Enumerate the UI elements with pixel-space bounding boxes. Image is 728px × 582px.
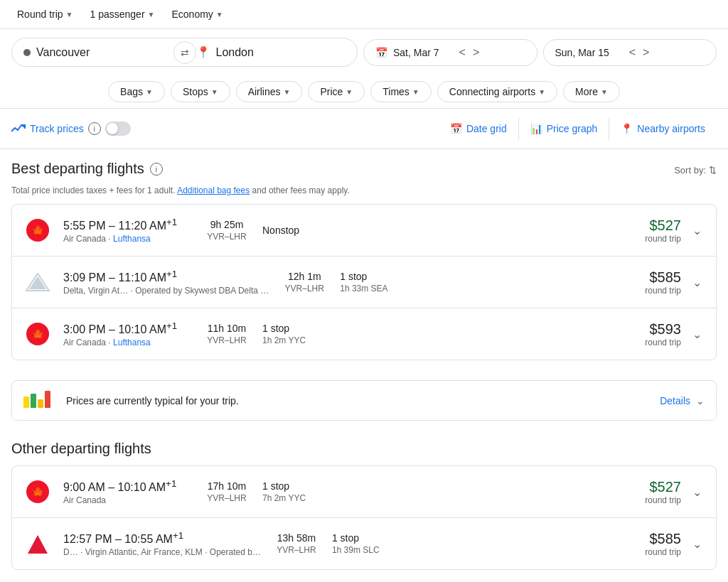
duration-1: 9h 25m xyxy=(191,219,262,230)
stops-chevron: ▼ xyxy=(211,88,218,96)
bags-filter[interactable]: Bags ▼ xyxy=(108,81,165,102)
bag-fees-link[interactable]: Additional bag fees xyxy=(177,185,250,195)
flight-price-1: $527 round trip xyxy=(645,217,681,244)
trip-type-button[interactable]: Round trip ▼ xyxy=(11,6,79,23)
return-prev-button[interactable]: < xyxy=(626,43,638,62)
from-input[interactable] xyxy=(36,46,173,59)
track-prices-toggle[interactable] xyxy=(105,122,131,136)
best-flights-info-icon[interactable]: i xyxy=(150,163,163,176)
track-prices-info-icon[interactable]: i xyxy=(88,122,101,135)
airlines-label: Airlines xyxy=(248,86,281,97)
calendar-icon: 📅 xyxy=(375,47,387,58)
flight-price-2: $585 round trip xyxy=(645,269,681,296)
best-flight-row-1[interactable]: 🍁 5:55 PM – 11:20 AM+1 Air Canada · Luft… xyxy=(12,205,716,257)
route-1: YVR–LHR xyxy=(191,232,262,242)
bags-chevron: ▼ xyxy=(146,88,153,96)
nearby-airports-button[interactable]: 📍 Nearby airports xyxy=(609,117,717,140)
airlines-chevron: ▼ xyxy=(284,88,291,96)
track-prices-label: Track prices xyxy=(30,123,84,134)
return-next-button[interactable]: > xyxy=(640,43,652,62)
airline-link-3[interactable]: Lufthansa xyxy=(113,338,151,347)
return-date[interactable]: Sun, Mar 15 xyxy=(544,40,621,65)
passengers-label: 1 passenger xyxy=(90,9,145,20)
depart-date[interactable]: 📅 Sat, Mar 7 xyxy=(364,40,451,65)
other-duration-2: 13h 58m xyxy=(261,532,332,544)
maple-leaf-icon-3: 🍁 xyxy=(30,326,46,342)
airline-logo-3: 🍁 xyxy=(23,320,52,348)
flight-stops-2: 1 stop 1h 33m SEA xyxy=(340,271,446,293)
date-grid-button[interactable]: 📅 Date grid xyxy=(439,117,518,140)
price-info-text: Prices are currently typical for your tr… xyxy=(66,395,239,406)
time-range-1: 5:55 PM – 11:20 AM+1 xyxy=(63,217,191,232)
passengers-button[interactable]: 1 passenger ▼ xyxy=(85,6,161,23)
svg-rect-5 xyxy=(45,391,50,408)
stops-filter[interactable]: Stops ▼ xyxy=(171,81,230,102)
depart-prev-button[interactable]: < xyxy=(456,43,469,62)
other-time-range-1: 9:00 AM – 10:10 AM+1 xyxy=(63,478,191,494)
airline-name-3: Air Canada · Lufthansa xyxy=(63,338,191,347)
other-price-trip-1: round trip xyxy=(645,495,681,505)
other-expand-button-1[interactable]: ⌄ xyxy=(690,483,705,502)
other-expand-button-2[interactable]: ⌄ xyxy=(690,534,705,554)
air-canada-logo-3: 🍁 xyxy=(26,323,49,345)
price-info-expand-icon[interactable]: ⌄ xyxy=(696,395,705,406)
delta-logo xyxy=(25,269,50,295)
airline-name-1: Air Canada · Lufthansa xyxy=(63,234,191,244)
other-flight-row-2[interactable]: 12:57 PM – 10:55 AM+1 D… · Virgin Atlant… xyxy=(12,518,716,569)
other-flight-stops-1: 1 stop 7h 2m YYC xyxy=(262,480,369,503)
stops-detail-2: 1h 33m SEA xyxy=(340,284,446,293)
connecting-label: Connecting airports xyxy=(449,86,535,97)
price-info-bar: Prices are currently typical for your tr… xyxy=(11,380,717,421)
other-flight-duration-1: 17h 10m YVR–LHR xyxy=(191,480,262,503)
other-flights-list: 🍁 9:00 AM – 10:10 AM+1 Air Canada 17h 10… xyxy=(11,465,717,570)
depart-date-label: Sat, Mar 7 xyxy=(393,47,439,58)
price-3: $593 xyxy=(645,321,681,338)
other-airline-name-1: Air Canada xyxy=(63,495,191,505)
depart-next-button[interactable]: > xyxy=(470,43,482,62)
maple-leaf-icon: 🍁 xyxy=(30,222,46,238)
svg-marker-6 xyxy=(28,535,48,554)
expand-button-2[interactable]: ⌄ xyxy=(690,273,705,292)
more-filter[interactable]: More ▼ xyxy=(563,81,620,102)
sort-icon[interactable]: ⇅ xyxy=(709,165,717,176)
swap-button[interactable]: ⇄ xyxy=(173,41,196,64)
expand-button-3[interactable]: ⌄ xyxy=(690,325,705,344)
more-chevron: ▼ xyxy=(601,88,608,96)
other-stops-label-1: 1 stop xyxy=(262,480,369,492)
other-flight-row-1[interactable]: 🍁 9:00 AM – 10:10 AM+1 Air Canada 17h 10… xyxy=(12,466,716,518)
price-filter[interactable]: Price ▼ xyxy=(308,81,365,102)
best-flight-row-3[interactable]: 🍁 3:00 PM – 10:10 AM+1 Air Canada · Luft… xyxy=(12,308,716,360)
expand-button-1[interactable]: ⌄ xyxy=(690,221,705,240)
class-button[interactable]: Economy ▼ xyxy=(166,6,228,23)
airline-name-2: Delta, Virgin At… · Operated by Skywest … xyxy=(63,286,269,296)
other-stops-label-2: 1 stop xyxy=(332,532,439,544)
airline-link-1[interactable]: Lufthansa xyxy=(113,234,151,244)
other-airline-logo-1: 🍁 xyxy=(23,478,52,506)
other-route-1: YVR–LHR xyxy=(191,493,262,503)
time-range-2: 3:09 PM – 11:10 AM+1 xyxy=(63,269,269,284)
details-button[interactable]: Details xyxy=(660,395,690,406)
flight-duration-2: 12h 1m YVR–LHR xyxy=(269,271,340,293)
flight-duration-1: 9h 25m YVR–LHR xyxy=(191,219,262,242)
other-flight-price-2: $585 round trip xyxy=(645,531,681,557)
nearby-airports-icon: 📍 xyxy=(621,123,633,134)
airline-logo-1: 🍁 xyxy=(23,216,52,244)
other-price-1: $527 xyxy=(645,479,681,495)
times-filter[interactable]: Times ▼ xyxy=(370,81,432,102)
other-airline-name-2: D… · Virgin Atlantic, Air France, KLM · … xyxy=(63,547,261,557)
track-prices-icon xyxy=(11,123,26,134)
airlines-filter[interactable]: Airlines ▼ xyxy=(236,81,303,102)
other-flight-stops-2: 1 stop 1h 39m SLC xyxy=(332,532,439,555)
delta-logo-2 xyxy=(25,531,50,556)
best-flights-list: 🍁 5:55 PM – 11:20 AM+1 Air Canada · Luft… xyxy=(11,204,717,360)
flight-times-3: 3:00 PM – 10:10 AM+1 Air Canada · Luftha… xyxy=(63,320,191,347)
best-flight-row-2[interactable]: 3:09 PM – 11:10 AM+1 Delta, Virgin At… ·… xyxy=(12,257,716,308)
other-flight-times-2: 12:57 PM – 10:55 AM+1 D… · Virgin Atlant… xyxy=(63,530,261,557)
stops-label-3: 1 stop xyxy=(262,323,369,334)
price-graph-button[interactable]: 📊 Price graph xyxy=(518,117,609,140)
view-buttons: 📅 Date grid 📊 Price graph 📍 Nearby airpo… xyxy=(439,117,717,140)
to-input-container: 📍 xyxy=(185,38,358,66)
to-input[interactable] xyxy=(216,46,346,59)
connecting-airports-filter[interactable]: Connecting airports ▼ xyxy=(437,81,557,102)
flight-duration-3: 11h 10m YVR–LHR xyxy=(191,323,262,345)
